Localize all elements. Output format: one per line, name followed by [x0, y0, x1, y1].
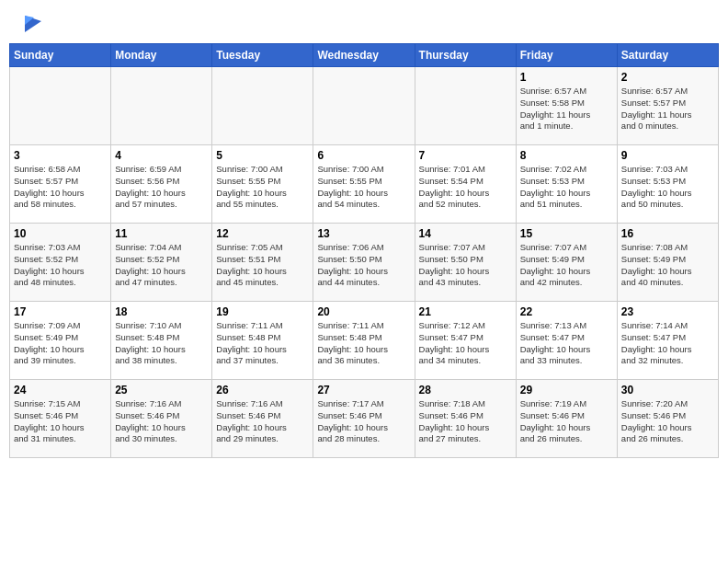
- day-number: 5: [216, 149, 309, 162]
- day-of-week-header: Saturday: [617, 44, 718, 67]
- calendar-week-row: 1Sunrise: 6:57 AM Sunset: 5:58 PM Daylig…: [10, 67, 719, 145]
- page-header: [9, 9, 719, 34]
- day-info: Sunrise: 7:00 AM Sunset: 5:55 PM Dayligh…: [317, 164, 410, 211]
- calendar-cell: 6Sunrise: 7:00 AM Sunset: 5:55 PM Daylig…: [313, 145, 415, 224]
- day-info: Sunrise: 7:10 AM Sunset: 5:48 PM Dayligh…: [115, 320, 208, 367]
- day-info: Sunrise: 6:59 AM Sunset: 5:56 PM Dayligh…: [115, 164, 208, 211]
- calendar-cell: 19Sunrise: 7:11 AM Sunset: 5:48 PM Dayli…: [212, 302, 313, 380]
- day-info: Sunrise: 6:57 AM Sunset: 5:58 PM Dayligh…: [520, 86, 613, 132]
- calendar-cell: [415, 67, 516, 145]
- day-number: 17: [14, 305, 107, 318]
- calendar-cell: 15Sunrise: 7:07 AM Sunset: 5:49 PM Dayli…: [516, 224, 617, 302]
- day-info: Sunrise: 6:57 AM Sunset: 5:57 PM Dayligh…: [621, 86, 714, 132]
- day-number: 29: [520, 384, 613, 396]
- calendar-table: SundayMondayTuesdayWednesdayThursdayFrid…: [9, 43, 719, 458]
- day-info: Sunrise: 7:16 AM Sunset: 5:46 PM Dayligh…: [115, 398, 208, 445]
- day-number: 21: [419, 305, 512, 318]
- day-number: 11: [115, 227, 208, 240]
- day-number: 13: [317, 227, 410, 240]
- day-info: Sunrise: 7:15 AM Sunset: 5:46 PM Dayligh…: [14, 398, 107, 445]
- day-number: 8: [520, 149, 613, 162]
- day-info: Sunrise: 7:20 AM Sunset: 5:46 PM Dayligh…: [621, 398, 714, 445]
- day-number: 2: [621, 71, 714, 84]
- day-number: 18: [115, 305, 208, 318]
- calendar-cell: 18Sunrise: 7:10 AM Sunset: 5:48 PM Dayli…: [111, 302, 212, 380]
- logo-area: [14, 14, 45, 34]
- day-info: Sunrise: 7:00 AM Sunset: 5:55 PM Dayligh…: [216, 164, 309, 211]
- logo: [14, 14, 45, 34]
- day-number: 4: [115, 149, 208, 162]
- calendar-cell: 21Sunrise: 7:12 AM Sunset: 5:47 PM Dayli…: [415, 302, 516, 380]
- day-info: Sunrise: 7:19 AM Sunset: 5:46 PM Dayligh…: [520, 398, 613, 445]
- day-info: Sunrise: 7:05 AM Sunset: 5:51 PM Dayligh…: [216, 242, 309, 289]
- calendar-cell: 22Sunrise: 7:13 AM Sunset: 5:47 PM Dayli…: [516, 302, 617, 380]
- calendar-cell: 2Sunrise: 6:57 AM Sunset: 5:57 PM Daylig…: [617, 67, 718, 145]
- calendar-week-row: 24Sunrise: 7:15 AM Sunset: 5:46 PM Dayli…: [10, 380, 719, 458]
- day-info: Sunrise: 7:18 AM Sunset: 5:46 PM Dayligh…: [419, 398, 512, 445]
- calendar-cell: 30Sunrise: 7:20 AM Sunset: 5:46 PM Dayli…: [617, 380, 718, 458]
- day-number: 24: [14, 384, 107, 396]
- day-of-week-header: Tuesday: [212, 44, 313, 67]
- day-number: 28: [419, 384, 512, 396]
- day-info: Sunrise: 7:08 AM Sunset: 5:49 PM Dayligh…: [621, 242, 714, 289]
- day-number: 30: [621, 384, 714, 396]
- calendar-cell: 10Sunrise: 7:03 AM Sunset: 5:52 PM Dayli…: [10, 224, 111, 302]
- calendar-cell: 14Sunrise: 7:07 AM Sunset: 5:50 PM Dayli…: [415, 224, 516, 302]
- calendar-cell: 28Sunrise: 7:18 AM Sunset: 5:46 PM Dayli…: [415, 380, 516, 458]
- day-info: Sunrise: 7:04 AM Sunset: 5:52 PM Dayligh…: [115, 242, 208, 289]
- calendar-cell: 11Sunrise: 7:04 AM Sunset: 5:52 PM Dayli…: [111, 224, 212, 302]
- day-info: Sunrise: 7:07 AM Sunset: 5:50 PM Dayligh…: [419, 242, 512, 289]
- day-info: Sunrise: 7:11 AM Sunset: 5:48 PM Dayligh…: [216, 320, 309, 367]
- calendar-cell: [111, 67, 212, 145]
- calendar-cell: 24Sunrise: 7:15 AM Sunset: 5:46 PM Dayli…: [10, 380, 111, 458]
- day-info: Sunrise: 7:03 AM Sunset: 5:52 PM Dayligh…: [14, 242, 107, 289]
- calendar-cell: 4Sunrise: 6:59 AM Sunset: 5:56 PM Daylig…: [111, 145, 212, 224]
- calendar-cell: 9Sunrise: 7:03 AM Sunset: 5:53 PM Daylig…: [617, 145, 718, 224]
- calendar-cell: [10, 67, 111, 145]
- calendar-cell: 16Sunrise: 7:08 AM Sunset: 5:49 PM Dayli…: [617, 224, 718, 302]
- day-info: Sunrise: 7:02 AM Sunset: 5:53 PM Dayligh…: [520, 164, 613, 211]
- day-number: 25: [115, 384, 208, 396]
- calendar-week-row: 17Sunrise: 7:09 AM Sunset: 5:49 PM Dayli…: [10, 302, 719, 380]
- day-number: 23: [621, 305, 714, 318]
- day-number: 1: [520, 71, 613, 84]
- calendar-week-row: 10Sunrise: 7:03 AM Sunset: 5:52 PM Dayli…: [10, 224, 719, 302]
- day-number: 20: [317, 305, 410, 318]
- day-number: 26: [216, 384, 309, 396]
- day-number: 3: [14, 149, 107, 162]
- calendar-cell: 3Sunrise: 6:58 AM Sunset: 5:57 PM Daylig…: [10, 145, 111, 224]
- calendar-cell: 5Sunrise: 7:00 AM Sunset: 5:55 PM Daylig…: [212, 145, 313, 224]
- day-number: 15: [520, 227, 613, 240]
- calendar-cell: 7Sunrise: 7:01 AM Sunset: 5:54 PM Daylig…: [415, 145, 516, 224]
- day-info: Sunrise: 7:13 AM Sunset: 5:47 PM Dayligh…: [520, 320, 613, 367]
- day-number: 14: [419, 227, 512, 240]
- calendar-cell: 12Sunrise: 7:05 AM Sunset: 5:51 PM Dayli…: [212, 224, 313, 302]
- day-number: 27: [317, 384, 410, 396]
- day-info: Sunrise: 7:11 AM Sunset: 5:48 PM Dayligh…: [317, 320, 410, 367]
- day-number: 6: [317, 149, 410, 162]
- calendar-header-row: SundayMondayTuesdayWednesdayThursdayFrid…: [10, 44, 719, 67]
- calendar-week-row: 3Sunrise: 6:58 AM Sunset: 5:57 PM Daylig…: [10, 145, 719, 224]
- calendar-cell: [212, 67, 313, 145]
- calendar-cell: 23Sunrise: 7:14 AM Sunset: 5:47 PM Dayli…: [617, 302, 718, 380]
- calendar-cell: 27Sunrise: 7:17 AM Sunset: 5:46 PM Dayli…: [313, 380, 415, 458]
- calendar-cell: 29Sunrise: 7:19 AM Sunset: 5:46 PM Dayli…: [516, 380, 617, 458]
- day-number: 16: [621, 227, 714, 240]
- day-number: 9: [621, 149, 714, 162]
- logo-icon: [16, 14, 43, 34]
- calendar-cell: 20Sunrise: 7:11 AM Sunset: 5:48 PM Dayli…: [313, 302, 415, 380]
- day-info: Sunrise: 7:12 AM Sunset: 5:47 PM Dayligh…: [419, 320, 512, 367]
- day-info: Sunrise: 7:06 AM Sunset: 5:50 PM Dayligh…: [317, 242, 410, 289]
- day-info: Sunrise: 7:03 AM Sunset: 5:53 PM Dayligh…: [621, 164, 714, 211]
- day-info: Sunrise: 7:16 AM Sunset: 5:46 PM Dayligh…: [216, 398, 309, 445]
- day-number: 19: [216, 305, 309, 318]
- day-of-week-header: Sunday: [10, 44, 111, 67]
- calendar-cell: 1Sunrise: 6:57 AM Sunset: 5:58 PM Daylig…: [516, 67, 617, 145]
- day-number: 10: [14, 227, 107, 240]
- day-info: Sunrise: 6:58 AM Sunset: 5:57 PM Dayligh…: [14, 164, 107, 211]
- calendar-cell: 25Sunrise: 7:16 AM Sunset: 5:46 PM Dayli…: [111, 380, 212, 458]
- calendar-cell: 8Sunrise: 7:02 AM Sunset: 5:53 PM Daylig…: [516, 145, 617, 224]
- day-number: 7: [419, 149, 512, 162]
- day-info: Sunrise: 7:09 AM Sunset: 5:49 PM Dayligh…: [14, 320, 107, 367]
- day-of-week-header: Friday: [516, 44, 617, 67]
